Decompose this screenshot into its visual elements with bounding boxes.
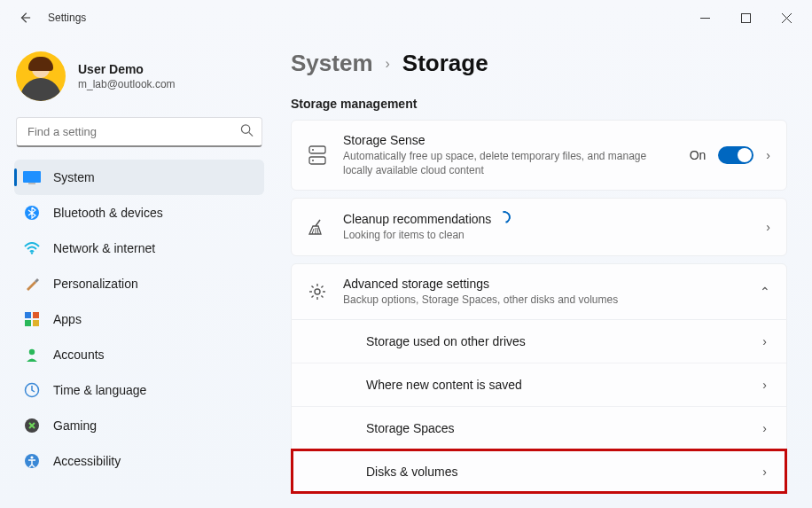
svg-point-19 — [315, 289, 320, 294]
chevron-right-icon: › — [762, 334, 767, 348]
svg-rect-2 — [23, 171, 41, 183]
sub-item-label: Storage used on other drives — [366, 334, 526, 348]
chevron-right-icon: › — [762, 421, 767, 435]
chevron-right-icon: › — [762, 465, 767, 479]
chevron-right-icon: › — [762, 378, 767, 392]
card-title: Cleanup recommendations — [343, 211, 750, 226]
nav-item-network[interactable]: Network & internet — [14, 231, 264, 266]
breadcrumb: System › Storage — [291, 50, 787, 77]
nav-label: System — [53, 170, 95, 184]
title-bar: Settings — [0, 0, 812, 35]
app-title: Settings — [48, 12, 86, 24]
chevron-right-icon: › — [766, 148, 770, 162]
close-button[interactable] — [766, 4, 807, 32]
nav-item-accessibility[interactable]: Accessibility — [14, 443, 264, 479]
card-title: Advanced storage settings — [343, 277, 744, 291]
nav-item-gaming[interactable]: Gaming — [14, 408, 264, 443]
maximize-icon — [741, 13, 751, 23]
sub-item-label: Storage Spaces — [366, 421, 455, 435]
nav-item-personalization[interactable]: Personalization — [14, 266, 264, 301]
nav-label: Personalization — [53, 277, 138, 291]
nav-item-bluetooth[interactable]: Bluetooth & devices — [14, 195, 264, 231]
breadcrumb-current: Storage — [402, 50, 488, 77]
close-icon — [782, 13, 792, 23]
wifi-icon — [23, 239, 41, 257]
accessibility-icon — [23, 452, 41, 470]
svg-point-5 — [31, 252, 33, 254]
card-advanced-storage[interactable]: Advanced storage settings Backup options… — [291, 263, 787, 320]
nav-label: Accounts — [53, 348, 105, 362]
profile-block[interactable]: User Demo m_lab@outlook.com — [14, 44, 264, 117]
advanced-sub-list: Storage used on other drives › Where new… — [291, 320, 787, 494]
display-icon — [23, 168, 41, 186]
card-subtitle: Looking for items to clean — [343, 228, 750, 242]
svg-point-14 — [30, 456, 33, 458]
sub-item-label: Disks & volumes — [366, 465, 457, 479]
search-input[interactable] — [16, 117, 262, 147]
chevron-right-icon: › — [386, 56, 390, 72]
brush-icon — [23, 275, 41, 293]
toggle-state-label: On — [690, 148, 707, 162]
apps-icon — [23, 310, 41, 328]
svg-rect-9 — [33, 320, 39, 326]
svg-point-18 — [312, 160, 314, 161]
sidebar: User Demo m_lab@outlook.com System Bluet… — [0, 35, 275, 508]
search-icon — [240, 124, 254, 141]
nav-label: Bluetooth & devices — [53, 206, 163, 220]
svg-rect-0 — [741, 13, 750, 22]
svg-rect-16 — [309, 157, 325, 164]
nav-label: Accessibility — [53, 454, 121, 468]
spinner-icon — [496, 209, 513, 226]
svg-rect-6 — [25, 312, 31, 318]
svg-point-17 — [312, 149, 314, 151]
svg-point-10 — [29, 349, 35, 355]
avatar — [16, 51, 66, 101]
sub-item-label: Where new content is saved — [366, 378, 522, 392]
search-field — [16, 117, 262, 147]
nav-item-time-language[interactable]: Time & language — [14, 372, 264, 408]
content: User Demo m_lab@outlook.com System Bluet… — [0, 35, 812, 508]
nav-label: Network & internet — [53, 241, 155, 255]
nav-label: Apps — [53, 312, 82, 326]
maximize-button[interactable] — [725, 4, 766, 32]
nav-item-apps[interactable]: Apps — [14, 301, 264, 337]
user-name: User Demo — [78, 62, 176, 76]
gaming-icon — [23, 417, 41, 434]
section-title: Storage management — [291, 97, 787, 111]
card-cleanup-recommendations[interactable]: Cleanup recommendations Looking for item… — [291, 198, 787, 255]
chevron-right-icon: › — [766, 220, 770, 234]
svg-rect-7 — [33, 312, 39, 318]
nav-label: Time & language — [53, 383, 146, 397]
back-button[interactable] — [12, 5, 37, 30]
nav-label: Gaming — [53, 418, 97, 433]
arrow-left-icon — [19, 12, 31, 24]
svg-rect-8 — [25, 320, 31, 326]
svg-point-1 — [241, 125, 249, 133]
person-icon — [23, 346, 41, 363]
sub-item-storage-spaces[interactable]: Storage Spaces › — [292, 406, 786, 449]
sub-item-storage-other-drives[interactable]: Storage used on other drives › — [292, 320, 786, 363]
card-title: Storage Sense — [343, 133, 674, 147]
storage-sense-icon — [308, 145, 327, 165]
minimize-icon — [700, 13, 710, 23]
storage-sense-toggle[interactable] — [718, 146, 753, 164]
chevron-up-icon: ⌃ — [760, 285, 770, 299]
nav-item-accounts[interactable]: Accounts — [14, 337, 264, 372]
clock-globe-icon — [23, 381, 41, 399]
card-subtitle: Backup options, Storage Spaces, other di… — [343, 293, 744, 307]
minimize-button[interactable] — [684, 4, 725, 32]
sub-item-disks-volumes[interactable]: Disks & volumes › — [292, 449, 786, 493]
user-email: m_lab@outlook.com — [78, 78, 176, 90]
broom-icon — [308, 217, 327, 237]
sub-item-where-new-content[interactable]: Where new content is saved › — [292, 363, 786, 406]
svg-rect-15 — [309, 146, 325, 153]
gear-icon — [308, 282, 327, 301]
main-panel: System › Storage Storage management Stor… — [275, 35, 812, 508]
breadcrumb-parent[interactable]: System — [291, 50, 373, 77]
bluetooth-icon — [23, 204, 41, 222]
nav-item-system[interactable]: System — [14, 160, 264, 195]
nav-list: System Bluetooth & devices Network & int… — [14, 160, 264, 479]
card-storage-sense[interactable]: Storage Sense Automatically free up spac… — [291, 120, 787, 191]
svg-rect-3 — [28, 183, 35, 184]
card-subtitle: Automatically free up space, delete temp… — [343, 149, 674, 177]
